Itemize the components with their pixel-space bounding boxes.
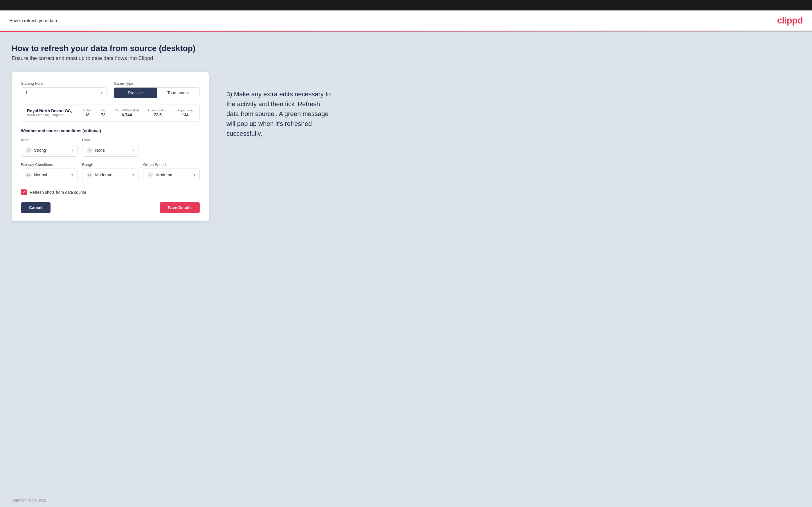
rough-value: Moderate bbox=[95, 173, 112, 177]
rain-icon bbox=[87, 147, 93, 154]
svg-point-4 bbox=[89, 175, 90, 175]
logo: clippd bbox=[777, 15, 803, 26]
green-speed-chevron-icon: ▾ bbox=[194, 173, 195, 177]
refresh-row: Refresh shots from data source bbox=[21, 189, 200, 195]
stat-holes: Holes 18 bbox=[83, 109, 92, 117]
tournament-button[interactable]: Tournament bbox=[157, 88, 199, 98]
refresh-checkbox[interactable] bbox=[21, 189, 27, 195]
main-content: How to refresh your data from source (de… bbox=[0, 32, 812, 494]
chevron-down-icon: ▾ bbox=[101, 91, 102, 95]
action-row: Cancel Save Details bbox=[21, 202, 200, 213]
par-value: 72 bbox=[101, 113, 106, 117]
rain-group: Rain None ▾ bbox=[82, 138, 139, 157]
slope-rating-value: 134 bbox=[176, 113, 194, 117]
fairway-select[interactable]: Normal ▾ bbox=[21, 169, 78, 181]
course-rating-value: 72.5 bbox=[148, 113, 167, 117]
game-type-group: Game Type Practice Tournament bbox=[114, 81, 200, 98]
rough-icon bbox=[87, 172, 93, 178]
starting-hole-value: 1 bbox=[25, 91, 28, 95]
instruction-text: 3) Make any extra edits necessary to the… bbox=[226, 89, 331, 138]
stat-course-rating: Course rating 72.5 bbox=[148, 109, 167, 117]
fairway-chevron-icon: ▾ bbox=[71, 173, 73, 177]
course-info-box: Royal North Devon GC, Westward Ho!, Engl… bbox=[21, 104, 200, 121]
course-rating-label: Course rating bbox=[148, 109, 167, 112]
starting-hole-select[interactable]: 1 ▾ bbox=[21, 87, 107, 98]
breadcrumb: How to refresh your data bbox=[9, 18, 57, 23]
rain-label: Rain bbox=[82, 138, 139, 142]
rough-label: Rough bbox=[82, 162, 139, 167]
rain-chevron-icon: ▾ bbox=[133, 148, 134, 152]
conditions-row2: Fairway Conditions Normal bbox=[21, 162, 200, 181]
wind-icon bbox=[25, 147, 32, 154]
right-text-panel: 3) Make any extra edits necessary to the… bbox=[226, 72, 331, 138]
starting-hole-group: Starting Hole 1 ▾ bbox=[21, 81, 107, 98]
par-label: Par bbox=[101, 109, 106, 112]
course-name: Royal North Devon GC, bbox=[27, 109, 83, 113]
top-bar bbox=[0, 0, 812, 10]
slope-rating-label: Slope rating bbox=[176, 109, 194, 112]
holes-value: 18 bbox=[83, 113, 92, 117]
wind-chevron-icon: ▾ bbox=[71, 148, 73, 152]
rough-select[interactable]: Moderate ▾ bbox=[82, 169, 139, 181]
content-area: Starting Hole 1 ▾ Game Type Practice bbox=[12, 72, 800, 221]
rain-value: None bbox=[95, 148, 105, 153]
practice-button[interactable]: Practice bbox=[114, 88, 157, 98]
form-card: Starting Hole 1 ▾ Game Type Practice bbox=[12, 72, 209, 221]
svg-point-2 bbox=[28, 175, 29, 175]
footer: Copyright Clippd 2022 bbox=[0, 494, 812, 507]
fairway-icon bbox=[25, 172, 32, 178]
save-button[interactable]: Save Details bbox=[160, 202, 200, 213]
placeholder-group bbox=[143, 138, 200, 157]
rough-chevron-icon: ▾ bbox=[133, 173, 134, 177]
wind-value: Strong bbox=[34, 148, 46, 153]
stat-yards: Yards/White (M)) 6,744 bbox=[115, 109, 139, 117]
starting-hole-label: Starting Hole bbox=[21, 81, 107, 86]
holes-label: Holes bbox=[83, 109, 92, 112]
copyright: Copyright Clippd 2022 bbox=[12, 498, 46, 502]
refresh-label: Refresh shots from data source bbox=[30, 190, 86, 194]
rain-select[interactable]: None ▾ bbox=[82, 144, 139, 157]
green-speed-group: Green Speed Moderate ▾ bbox=[143, 162, 200, 181]
green-speed-label: Green Speed bbox=[143, 162, 200, 167]
fairway-value: Normal bbox=[34, 173, 47, 177]
stat-slope-rating: Slope rating 134 bbox=[176, 109, 194, 117]
wind-label: Wind bbox=[21, 138, 78, 142]
wind-group: Wind Strong bbox=[21, 138, 78, 157]
fairway-group: Fairway Conditions Normal bbox=[21, 162, 78, 181]
header: How to refresh your data clippd bbox=[0, 10, 812, 31]
green-speed-value: Moderate bbox=[156, 173, 173, 177]
fairway-label: Fairway Conditions bbox=[21, 162, 78, 167]
course-location: Westward Ho!, England bbox=[27, 113, 83, 117]
yards-value: 6,744 bbox=[115, 113, 139, 117]
top-fields-row: Starting Hole 1 ▾ Game Type Practice bbox=[21, 81, 200, 98]
conditions-title: Weather and course conditions (optional) bbox=[21, 128, 200, 133]
green-speed-select[interactable]: Moderate ▾ bbox=[143, 169, 200, 181]
game-type-label: Game Type bbox=[114, 81, 200, 86]
wind-rain-row: Wind Strong bbox=[21, 138, 200, 157]
svg-point-0 bbox=[89, 149, 91, 151]
rough-group: Rough Moderate ▾ bbox=[82, 162, 139, 181]
page-subtitle: Ensure the correct and most up to date d… bbox=[12, 55, 800, 61]
game-type-toggle: Practice Tournament bbox=[114, 87, 200, 98]
page-title: How to refresh your data from source (de… bbox=[12, 44, 800, 53]
course-stats: Holes 18 Par 72 Yards/White (M)) 6,744 bbox=[83, 109, 194, 117]
wind-select[interactable]: Strong ▾ bbox=[21, 144, 78, 157]
stat-par: Par 72 bbox=[101, 109, 106, 117]
yards-label: Yards/White (M)) bbox=[115, 109, 139, 112]
green-speed-icon bbox=[148, 172, 154, 178]
cancel-button[interactable]: Cancel bbox=[21, 202, 51, 213]
course-name-area: Royal North Devon GC, Westward Ho!, Engl… bbox=[27, 109, 83, 117]
